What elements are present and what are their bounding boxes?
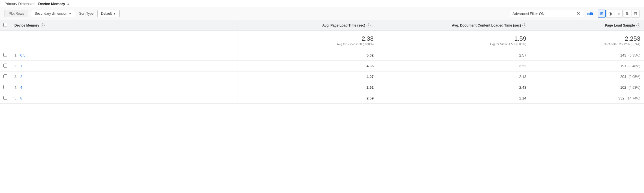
row-sample-pct-1: (8.48%) xyxy=(628,64,640,68)
row-checkbox-1[interactable] xyxy=(3,64,7,68)
summary-sample-sub: % of Total: 23.12% (9,744) xyxy=(533,42,640,46)
row-num-0: 1. xyxy=(14,53,17,57)
row-checkbox-cell-1 xyxy=(0,61,11,71)
row-checkbox-cell-4 xyxy=(0,93,11,104)
view-icons-group: ⊞ ◑ ≡ ⇅ ⊟ xyxy=(598,10,639,18)
summary-sample-cell: 2,253 % of Total: 23.12% (9,744) xyxy=(530,31,644,50)
row-device-link-4[interactable]: 8 xyxy=(20,96,22,100)
summary-avgload-value: 2.38 xyxy=(241,35,374,42)
row-sample-pct-2: (9.05%) xyxy=(628,75,640,79)
toolbar: Plot Rows Secondary dimension ▼ Sort Typ… xyxy=(0,7,644,20)
summary-avgdoc-cell: 1.59 Avg for View: 1.59 (0.00%) xyxy=(377,31,530,50)
plot-rows-button[interactable]: Plot Rows xyxy=(5,10,28,17)
row-num-2: 3. xyxy=(14,75,17,79)
header-checkbox-cell xyxy=(0,20,11,31)
row-device-cell-4: 5. 8 xyxy=(11,93,238,104)
row-device-cell-0: 1. 0.5 xyxy=(11,50,238,61)
col-avgload-help-icon[interactable]: ? xyxy=(367,23,371,27)
advanced-filter-wrapper: ✕ xyxy=(510,10,583,17)
view-grid-button[interactable]: ⊞ xyxy=(598,10,606,18)
col-avgload-sort-icon[interactable]: ↓ xyxy=(372,23,374,27)
row-avgload-cell-0: 5.62 xyxy=(238,50,377,61)
table-row: 2. 1 4.36 3.22 191 (8.48%) xyxy=(0,61,644,71)
view-pie-button[interactable]: ◑ xyxy=(606,10,614,18)
row-checkbox-4[interactable] xyxy=(3,96,7,100)
row-sample-cell-3: 102 (4.53%) xyxy=(530,82,644,93)
row-sample-pct-0: (6.35%) xyxy=(628,53,640,57)
row-device-cell-1: 2. 1 xyxy=(11,61,238,71)
col-device-help-icon[interactable]: ? xyxy=(41,23,45,27)
col-avgdoc-help-icon[interactable]: ? xyxy=(522,23,526,27)
col-device-label: Device Memory xyxy=(14,23,39,27)
row-sample-pct-4: (14.74%) xyxy=(627,96,640,100)
row-checkbox-cell-0 xyxy=(0,50,11,61)
data-table: Device Memory ? Avg. Page Load Time (sec… xyxy=(0,20,644,104)
row-avgload-cell-2: 4.07 xyxy=(238,71,377,82)
filter-edit-link[interactable]: edit xyxy=(587,12,593,16)
row-avgdoc-cell-4: 2.14 xyxy=(377,93,530,104)
summary-avgload-cell: 2.38 Avg for View: 2.38 (0.00%) xyxy=(238,31,377,50)
filter-clear-button[interactable]: ✕ xyxy=(576,11,581,16)
row-checkbox-3[interactable] xyxy=(3,85,7,89)
advanced-filter-input[interactable] xyxy=(512,12,576,16)
sort-type-value: Default xyxy=(101,12,112,16)
select-all-checkbox[interactable] xyxy=(3,23,7,27)
secondary-dimension-dropdown[interactable]: Secondary dimension ▼ xyxy=(31,10,75,17)
row-device-link-0[interactable]: 0.5 xyxy=(20,53,25,57)
primary-dimension-bar: Primary Dimension: Device Memory ▲ xyxy=(0,0,644,7)
table-row: 3. 2 4.07 2.13 204 (9.05%) xyxy=(0,71,644,82)
row-avgload-cell-1: 4.36 xyxy=(238,61,377,71)
summary-row: 2.38 Avg for View: 2.38 (0.00%) 1.59 Avg… xyxy=(0,31,644,50)
col-avgload-label: Avg. Page Load Time (sec) xyxy=(322,23,365,27)
primary-dimension-value: Device Memory xyxy=(38,2,65,6)
row-device-link-1[interactable]: 1 xyxy=(20,64,22,68)
row-avgload-cell-4: 2.59 xyxy=(238,93,377,104)
row-num-4: 5. xyxy=(14,96,17,100)
summary-checkbox-cell xyxy=(0,31,11,50)
table-row: 5. 8 2.59 2.14 332 (14.74%) xyxy=(0,93,644,104)
row-checkbox-2[interactable] xyxy=(3,74,7,78)
header-device-memory: Device Memory ? xyxy=(11,20,238,31)
sort-type-dropdown[interactable]: Default ▼ xyxy=(97,10,120,17)
row-checkbox-cell-2 xyxy=(0,71,11,82)
header-page-load-sample: Page Load Sample ? xyxy=(530,20,644,31)
header-avg-doc-loaded: Avg. Document Content Loaded Time (sec) … xyxy=(377,20,530,31)
table-header-row: Device Memory ? Avg. Page Load Time (sec… xyxy=(0,20,644,31)
summary-device-cell xyxy=(11,31,238,50)
dimension-caret-icon: ▲ xyxy=(67,2,70,5)
view-custom-button[interactable]: ⊟ xyxy=(632,10,639,18)
sort-type-label: Sort Type: xyxy=(79,12,94,16)
row-avgload-cell-3: 2.92 xyxy=(238,82,377,93)
row-avgdoc-cell-1: 3.22 xyxy=(377,61,530,71)
sort-type-chevron-icon: ▼ xyxy=(113,12,116,15)
row-num-1: 2. xyxy=(14,64,17,68)
col-avgdoc-label: Avg. Document Content Loaded Time (sec) xyxy=(452,23,521,27)
col-sample-label: Page Load Sample xyxy=(605,23,635,27)
row-device-link-2[interactable]: 2 xyxy=(20,75,22,79)
secondary-dimension-label: Secondary dimension xyxy=(35,12,67,16)
view-list-button[interactable]: ≡ xyxy=(615,10,623,18)
row-sample-cell-4: 332 (14.74%) xyxy=(530,93,644,104)
col-sample-help-icon[interactable]: ? xyxy=(636,23,640,27)
row-avgdoc-cell-0: 2.57 xyxy=(377,50,530,61)
row-checkbox-cell-3 xyxy=(0,82,11,93)
secondary-dimension-chevron-icon: ▼ xyxy=(69,12,71,15)
summary-sample-value: 2,253 xyxy=(533,35,640,42)
row-sample-cell-0: 143 (6.35%) xyxy=(530,50,644,61)
row-num-3: 4. xyxy=(14,86,17,90)
row-avgdoc-cell-2: 2.13 xyxy=(377,71,530,82)
table-row: 1. 0.5 5.62 2.57 143 (6.35%) xyxy=(0,50,644,61)
summary-avgdoc-sub: Avg for View: 1.59 (0.00%) xyxy=(381,42,526,46)
primary-dimension-label: Primary Dimension: xyxy=(5,2,36,6)
row-avgdoc-cell-3: 2.43 xyxy=(377,82,530,93)
summary-avgdoc-value: 1.59 xyxy=(381,35,526,42)
header-avg-page-load: Avg. Page Load Time (sec) ? ↓ xyxy=(238,20,377,31)
row-checkbox-0[interactable] xyxy=(3,53,7,57)
row-device-cell-2: 3. 2 xyxy=(11,71,238,82)
row-device-cell-3: 4. 4 xyxy=(11,82,238,93)
row-sample-cell-2: 204 (9.05%) xyxy=(530,71,644,82)
row-device-link-3[interactable]: 4 xyxy=(20,85,22,90)
view-pivot-button[interactable]: ⇅ xyxy=(623,10,631,18)
row-sample-pct-3: (4.53%) xyxy=(628,86,640,90)
table-row: 4. 4 2.92 2.43 102 (4.53%) xyxy=(0,82,644,93)
